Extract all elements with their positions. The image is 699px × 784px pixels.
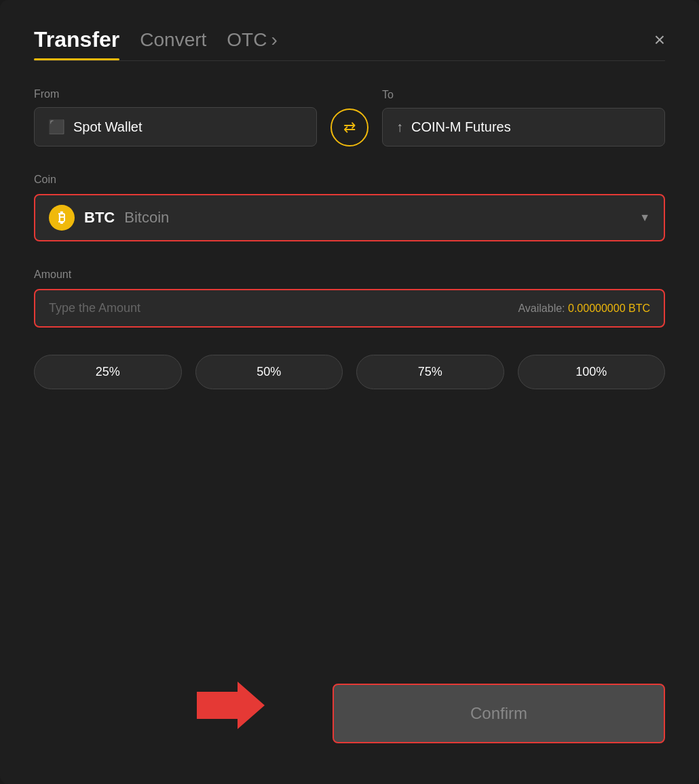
amount-input-container: Available: 0.00000000 BTC xyxy=(34,289,665,328)
coin-label: Coin xyxy=(34,174,56,185)
confirm-button[interactable]: Confirm xyxy=(333,684,665,743)
amount-section: Amount Available: 0.00000000 BTC xyxy=(34,269,665,328)
chevron-down-icon: ▼ xyxy=(639,212,650,224)
chevron-right-icon: › xyxy=(271,29,277,51)
coin-fullname: Bitcoin xyxy=(124,209,169,227)
futures-icon: ↑ xyxy=(396,119,403,135)
tab-convert[interactable]: Convert xyxy=(140,29,206,59)
header-tabs: Transfer Convert OTC › × xyxy=(34,27,665,60)
from-to-section: From ⬛ Spot Wallet ⇄ To ↑ COIN-M Futures xyxy=(34,88,665,146)
from-wallet-label: Spot Wallet xyxy=(73,119,143,135)
from-wallet-selector[interactable]: ⬛ Spot Wallet xyxy=(34,107,317,146)
percent-buttons: 25% 50% 75% 100% xyxy=(34,355,665,389)
percent-100-button[interactable]: 100% xyxy=(518,355,666,389)
btc-icon: ₿ xyxy=(49,205,75,231)
transfer-modal: Transfer Convert OTC › × From ⬛ Spot Wal… xyxy=(0,0,699,784)
from-group: From ⬛ Spot Wallet xyxy=(34,88,317,146)
from-label: From xyxy=(34,88,317,100)
swap-icon: ⇄ xyxy=(343,119,356,136)
to-wallet-selector[interactable]: ↑ COIN-M Futures xyxy=(382,108,665,146)
percent-75-button[interactable]: 75% xyxy=(356,355,504,389)
bottom-section: Confirm xyxy=(34,670,665,743)
to-group: To ↑ COIN-M Futures xyxy=(382,89,665,146)
btc-symbol: ₿ xyxy=(58,210,65,226)
amount-input[interactable] xyxy=(49,301,518,315)
available-value: 0.00000000 BTC xyxy=(568,302,650,314)
tab-otc[interactable]: OTC › xyxy=(227,29,277,59)
swap-button[interactable]: ⇄ xyxy=(330,109,369,146)
svg-marker-0 xyxy=(197,682,265,729)
percent-50-button[interactable]: 50% xyxy=(195,355,343,389)
to-wallet-label: COIN-M Futures xyxy=(411,119,511,135)
arrow-right-icon xyxy=(197,682,265,729)
available-label: Available: xyxy=(518,302,565,314)
to-label: To xyxy=(382,89,665,101)
arrow-indicator xyxy=(197,682,265,732)
coin-section: Coin ₿ BTC Bitcoin ▼ xyxy=(34,174,665,241)
header-divider xyxy=(34,60,665,61)
coin-symbol: BTC xyxy=(84,209,115,227)
close-button[interactable]: × xyxy=(654,31,665,58)
card-icon: ⬛ xyxy=(48,119,65,135)
coin-selector[interactable]: ₿ BTC Bitcoin ▼ xyxy=(34,194,665,241)
tab-transfer[interactable]: Transfer xyxy=(34,27,119,60)
amount-label: Amount xyxy=(34,269,71,280)
percent-25-button[interactable]: 25% xyxy=(34,355,182,389)
available-text: Available: 0.00000000 BTC xyxy=(518,302,650,315)
